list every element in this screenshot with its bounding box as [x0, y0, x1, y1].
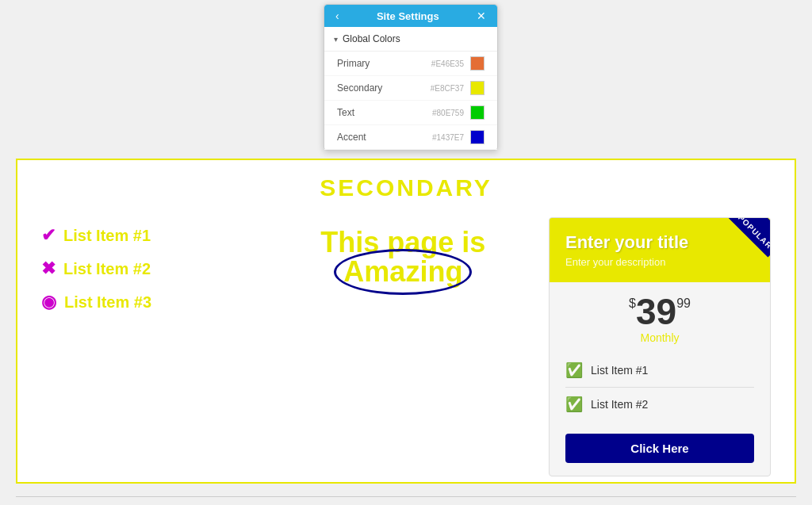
left-list-section: ✔ List Item #1 ✖ List Item #2 ◉ List Ite… [41, 217, 258, 325]
color-row-primary[interactable]: Primary #E46E35 [324, 52, 497, 76]
price-cents: 99 [676, 296, 691, 311]
pricing-title: Enter your title [565, 232, 754, 253]
pricing-cta-button[interactable]: Click Here [565, 434, 754, 463]
bottom-divider [16, 496, 796, 497]
color-swatch[interactable] [470, 81, 485, 95]
list-icon: ◉ [41, 292, 56, 312]
pricing-features-list: ✅ List Item #1 ✅ List Item #2 [565, 354, 754, 421]
panel-title: Site Settings [343, 10, 473, 22]
pricing-header: Enter your title Enter your description … [550, 218, 770, 282]
pricing-description: Enter your description [565, 256, 754, 268]
feature-check-icon: ✅ [565, 362, 583, 379]
color-hex: #E46E35 [431, 59, 464, 68]
list-icon: ✖ [41, 258, 56, 279]
oval-outline-decoration [334, 249, 472, 295]
color-rows: Primary #E46E35 Secondary #E8CF37 Text #… [324, 52, 497, 150]
canvas-content: ✔ List Item #1 ✖ List Item #2 ◉ List Ite… [17, 209, 795, 484]
list-icon: ✔ [41, 225, 56, 246]
list-item: ✖ List Item #2 [41, 258, 258, 279]
color-row-accent[interactable]: Accent #1437E7 [324, 125, 497, 150]
price-number: 39 [636, 293, 676, 330]
list-item: ✔ List Item #1 [41, 225, 258, 246]
pricing-card: Enter your title Enter your description … [549, 217, 771, 476]
section-label: Global Colors [343, 33, 400, 44]
panel-back-button[interactable]: ‹ [332, 10, 343, 22]
feature-text: List Item #1 [591, 364, 648, 377]
list-item-text: List Item #3 [64, 293, 151, 312]
secondary-title: SECONDARY [17, 160, 795, 209]
price-period: Monthly [565, 331, 754, 344]
pricing-features: ✅ List Item #1 ✅ List Item #2 [550, 349, 770, 426]
price-amount: $ 39 99 [565, 293, 754, 330]
pricing-btn-section: Click Here [550, 426, 770, 476]
list-items-container: ✔ List Item #1 ✖ List Item #2 ◉ List Ite… [41, 225, 258, 312]
feature-check-icon: ✅ [565, 396, 583, 413]
site-settings-panel: ‹ Site Settings ✕ ▾ Global Colors Primar… [324, 4, 498, 151]
color-hex: #1437E7 [432, 133, 464, 142]
panel-section-header[interactable]: ▾ Global Colors [324, 27, 497, 52]
center-section: This page is Amazing [274, 217, 533, 289]
price-dollar: $ [629, 296, 636, 311]
color-swatch[interactable] [470, 105, 485, 120]
pricing-feature-item: ✅ List Item #2 [565, 388, 754, 421]
color-hex: #E8CF37 [431, 84, 464, 93]
color-swatch[interactable] [470, 56, 485, 71]
color-row-text[interactable]: Text #80E759 [324, 101, 497, 125]
color-label: Accent [337, 132, 432, 143]
color-hex: #80E759 [432, 109, 464, 117]
pricing-feature-item: ✅ List Item #1 [565, 354, 754, 388]
feature-text: List Item #2 [591, 398, 648, 411]
list-item-text: List Item #2 [63, 260, 151, 278]
pricing-price-section: $ 39 99 Monthly [550, 282, 770, 349]
list-item: ◉ List Item #3 [41, 292, 258, 312]
main-canvas: SECONDARY ✔ List Item #1 ✖ List Item #2 … [16, 159, 796, 484]
panel-close-button[interactable]: ✕ [473, 10, 489, 22]
color-label: Text [337, 107, 432, 118]
color-swatch[interactable] [470, 130, 485, 144]
panel-header: ‹ Site Settings ✕ [324, 5, 497, 27]
amazing-oval: Amazing [343, 255, 462, 289]
color-row-secondary[interactable]: Secondary #E8CF37 [324, 76, 497, 101]
section-arrow-icon: ▾ [334, 35, 338, 44]
color-label: Primary [337, 58, 431, 69]
list-item-text: List Item #1 [63, 227, 151, 245]
color-label: Secondary [337, 82, 431, 94]
